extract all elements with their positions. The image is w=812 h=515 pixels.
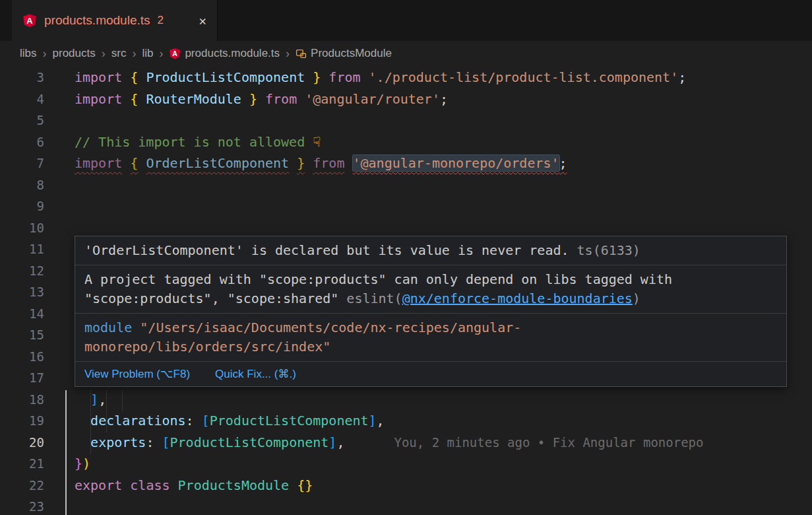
eslint-source-suffix: ) xyxy=(633,291,640,306)
code-line[interactable]: 6// This import is not allowed ☟ xyxy=(0,131,812,153)
line-number[interactable]: 6 xyxy=(0,131,44,153)
breadcrumb-item-src[interactable]: src xyxy=(111,47,127,60)
module-path-line1: "/Users/isaac/Documents/code/nx-recipes/… xyxy=(140,320,521,335)
breadcrumb: libs›products›src›lib›Aproducts.module.t… xyxy=(0,41,812,66)
breadcrumb-label: src xyxy=(111,47,127,60)
line-number[interactable]: 15 xyxy=(0,324,44,346)
code-line-content: ], xyxy=(44,389,106,411)
breadcrumb-item-products-module-ts[interactable]: Aproducts.module.ts xyxy=(169,47,280,60)
breadcrumb-label: lib xyxy=(142,47,153,60)
breadcrumb-separator: › xyxy=(286,47,290,61)
code-line[interactable]: 7import { OrderListComponent } from '@an… xyxy=(0,153,812,174)
line-number[interactable]: 13 xyxy=(0,281,44,303)
svg-text:A: A xyxy=(26,16,32,26)
line-number[interactable]: 14 xyxy=(0,303,44,325)
editor-tab-bar: A products.module.ts 2 ✕ xyxy=(0,0,812,41)
indent-guide xyxy=(122,390,123,411)
git-change-gutter-indicator xyxy=(65,390,67,515)
angular-icon: A xyxy=(22,13,37,28)
code-line-content xyxy=(44,217,75,239)
code-line[interactable]: 4import { RouterModule } from '@angular/… xyxy=(0,88,812,110)
code-line-content xyxy=(44,281,75,303)
code-line[interactable]: 19 declarations: [ProductListComponent], xyxy=(0,410,812,432)
line-number[interactable]: 9 xyxy=(0,195,44,217)
breadcrumb-separator: › xyxy=(159,47,163,61)
code-line[interactable]: 8 xyxy=(0,174,812,196)
code-line[interactable]: 23 xyxy=(0,496,812,515)
code-line[interactable]: 9 xyxy=(0,195,812,217)
vscode-window: A products.module.ts 2 ✕ libs›products›s… xyxy=(0,0,812,515)
module-path-line2: monorepo/libs/orders/src/index" xyxy=(84,339,330,355)
line-number[interactable]: 5 xyxy=(0,110,44,131)
code-line-content: declarations: [ProductListComponent], xyxy=(44,410,385,432)
hover-eslint-diagnostic: A project tagged with "scope:products" c… xyxy=(75,265,786,314)
ts-diagnostic-message: 'OrderListComponent' is declared but its… xyxy=(84,242,569,258)
code-line-content xyxy=(44,260,75,282)
code-line[interactable]: 20 exports: [ProductListComponent],You, … xyxy=(0,432,812,454)
line-number[interactable]: 22 xyxy=(0,475,44,497)
breadcrumb-item-products[interactable]: products xyxy=(53,47,96,60)
breadcrumb-item-libs[interactable]: libs xyxy=(20,47,37,60)
eslint-message-line2: "scope:products", "scope:shared" xyxy=(84,291,338,306)
indent-guide xyxy=(90,390,91,454)
breadcrumb-item-productsmodule[interactable]: ProductsModule xyxy=(296,47,392,60)
line-number[interactable]: 19 xyxy=(0,410,44,432)
line-number[interactable]: 10 xyxy=(0,217,44,239)
breadcrumb-separator: › xyxy=(102,47,106,61)
code-line-content: import { RouterModule } from '@angular/r… xyxy=(44,88,448,110)
module-keyword: module xyxy=(84,320,132,335)
code-line-content: }) xyxy=(44,453,90,475)
code-line-content: exports: [ProductListComponent],You, 2 m… xyxy=(44,432,703,454)
tab-products-module[interactable]: A products.module.ts 2 ✕ xyxy=(12,0,218,41)
breadcrumb-item-lib[interactable]: lib xyxy=(142,47,153,60)
tab-problems-badge: 2 xyxy=(158,14,164,27)
code-editor[interactable]: 3import { ProductListComponent } from '.… xyxy=(0,66,812,515)
code-line-content: export class ProductsModule {} xyxy=(44,475,313,497)
code-line-content: import { ProductListComponent } from './… xyxy=(44,67,686,88)
line-number[interactable]: 17 xyxy=(0,367,44,389)
angular-icon: A xyxy=(169,48,181,59)
quick-fix-action[interactable]: Quick Fix... (⌘.) xyxy=(215,367,296,381)
hover-actions: View Problem (⌥F8) Quick Fix... (⌘.) xyxy=(75,362,786,386)
code-line[interactable]: 22export class ProductsModule {} xyxy=(0,475,812,497)
line-number[interactable]: 18 xyxy=(0,389,44,411)
code-line-content xyxy=(44,303,75,325)
code-line-content xyxy=(44,238,75,260)
breadcrumb-separator: › xyxy=(43,47,47,61)
line-number[interactable]: 3 xyxy=(0,67,44,88)
line-number[interactable]: 4 xyxy=(0,88,44,110)
indent-guide xyxy=(106,390,107,432)
hover-ts-diagnostic: 'OrderListComponent' is declared but its… xyxy=(75,236,786,265)
line-number[interactable]: 20 xyxy=(0,432,44,454)
line-number[interactable]: 11 xyxy=(0,238,44,260)
code-line[interactable]: 21}) xyxy=(0,453,812,475)
svg-text:A: A xyxy=(173,50,178,57)
line-number[interactable]: 23 xyxy=(0,496,44,515)
code-line[interactable]: 3import { ProductListComponent } from '.… xyxy=(0,67,812,88)
view-problem-action[interactable]: View Problem (⌥F8) xyxy=(84,367,190,381)
class-symbol-icon xyxy=(296,48,307,59)
code-line-content: import { OrderListComponent } from '@ang… xyxy=(44,153,567,174)
code-line-content xyxy=(44,496,75,515)
line-number[interactable]: 21 xyxy=(0,453,44,475)
code-line-content xyxy=(44,110,75,131)
line-number[interactable]: 12 xyxy=(0,260,44,282)
line-number[interactable]: 16 xyxy=(0,346,44,368)
breadcrumb-separator: › xyxy=(132,47,136,61)
code-line[interactable]: 5 xyxy=(0,110,812,131)
breadcrumb-label: products xyxy=(53,47,96,60)
code-line-content: // This import is not allowed ☟ xyxy=(44,131,321,153)
ts-diagnostic-code: ts(6133) xyxy=(577,242,640,258)
eslint-rule-link[interactable]: @nx/enforce-module-boundaries xyxy=(402,291,633,306)
hover-module-info: module "/Users/isaac/Documents/code/nx-r… xyxy=(75,314,786,362)
breadcrumb-label: products.module.ts xyxy=(185,47,280,60)
code-line-content xyxy=(44,195,75,217)
hover-popup: 'OrderListComponent' is declared but its… xyxy=(75,236,787,387)
code-line-content xyxy=(44,174,75,196)
git-blame-annotation: You, 2 minutes ago • Fix Angular monorep… xyxy=(394,435,703,450)
close-icon[interactable]: ✕ xyxy=(199,15,206,27)
eslint-source-prefix: eslint( xyxy=(346,291,402,306)
line-number[interactable]: 7 xyxy=(0,153,44,174)
line-number[interactable]: 8 xyxy=(0,174,44,196)
tab-title: products.module.ts xyxy=(44,13,150,28)
